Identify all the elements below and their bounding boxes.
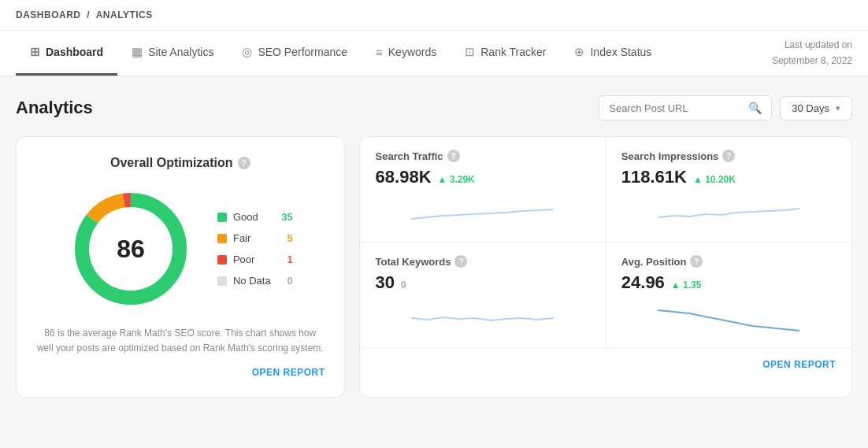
tab-rank-tracker[interactable]: ⊡ Rank Tracker — [451, 31, 560, 76]
optimization-help-icon[interactable]: ? — [238, 157, 250, 169]
donut-chart: 86 — [68, 186, 194, 312]
content-grid: Overall Optimization ? 8 — [16, 136, 852, 398]
stats-card: Search Traffic ? 68.98K ▲ 3.29K Search I… — [359, 136, 852, 398]
stat-total-keywords-label: Total Keywords ? — [376, 255, 589, 268]
tab-keywords-label: Keywords — [388, 46, 436, 58]
breadcrumb: DASHBOARD / ANALYTICS — [0, 0, 868, 31]
optimization-title: Overall Optimization ? — [35, 156, 325, 170]
legend-fair: Fair 5 — [217, 232, 293, 244]
tab-dashboard-label: Dashboard — [46, 46, 103, 58]
tab-index-status-label: Index Status — [590, 46, 651, 58]
stat-search-traffic: Search Traffic ? 68.98K ▲ 3.29K — [360, 137, 606, 243]
tab-index-status[interactable]: ⊕ Index Status — [560, 31, 666, 76]
stat-total-keywords-values: 30 0 — [376, 272, 589, 293]
stat-avg-position-values: 24.96 ▲ 1.35 — [621, 272, 836, 293]
total-keywords-sparkline — [376, 301, 589, 332]
breadcrumb-separator: / — [87, 9, 90, 20]
search-icon: 🔍 — [748, 102, 762, 114]
stat-search-traffic-label: Search Traffic ? — [376, 150, 589, 162]
stat-search-traffic-delta: ▲ 3.29K — [438, 174, 475, 185]
legend-poor: Poor 1 — [217, 254, 293, 265]
stat-search-impressions-value: 118.61K — [621, 167, 687, 187]
stat-avg-position-delta: ▲ 1.35 — [671, 280, 702, 291]
header-controls: 🔍 30 Days ▾ — [599, 95, 852, 120]
legend-good: Good 35 — [217, 211, 293, 223]
stat-total-keywords-value: 30 — [376, 272, 395, 293]
search-impressions-sparkline — [621, 195, 836, 227]
legend-good-label: Good — [233, 211, 258, 223]
stat-total-keywords-delta: 0 — [401, 280, 406, 291]
stat-avg-position-label: Avg. Position ? — [621, 255, 836, 268]
total-keywords-help-icon[interactable]: ? — [454, 255, 467, 268]
date-range-value: 30 Days — [792, 102, 829, 114]
search-impressions-help-icon[interactable]: ? — [722, 150, 735, 162]
search-box[interactable]: 🔍 — [599, 95, 772, 120]
legend-nodata-label: No Data — [233, 275, 271, 287]
tab-rank-tracker-label: Rank Tracker — [480, 46, 546, 58]
tab-keywords[interactable]: ≡ Keywords — [362, 31, 451, 76]
legend-fair-label: Fair — [233, 232, 250, 244]
stat-avg-position-value: 24.96 — [621, 272, 665, 293]
avg-position-help-icon[interactable]: ? — [690, 255, 703, 268]
dashboard-icon: ⊞ — [30, 45, 40, 59]
last-updated: Last updated on September 8, 2022 — [756, 38, 852, 68]
seo-performance-icon: ◎ — [242, 45, 252, 59]
keywords-icon: ≡ — [376, 46, 383, 59]
search-traffic-sparkline — [376, 195, 589, 227]
optimization-card: Overall Optimization ? 8 — [16, 136, 345, 398]
tab-seo-performance-label: SEO Performance — [258, 46, 347, 58]
stats-footer: OPEN REPORT — [360, 347, 851, 373]
nav-tabs: ⊞ Dashboard ▦ Site Analytics ◎ SEO Perfo… — [16, 31, 666, 76]
legend-good-count: 35 — [277, 211, 293, 223]
page-header: Analytics 🔍 30 Days ▾ — [16, 95, 852, 120]
main-content: Analytics 🔍 30 Days ▾ Overall Optimizati… — [0, 76, 868, 417]
avg-position-sparkline — [621, 301, 836, 332]
chevron-down-icon: ▾ — [836, 103, 840, 113]
legend-nodata: No Data 0 — [217, 275, 293, 287]
date-range-dropdown[interactable]: 30 Days ▾ — [780, 96, 852, 120]
optimization-legend: Good 35 Fair 5 Poor 1 N — [217, 211, 293, 287]
stats-open-report[interactable]: OPEN REPORT — [762, 359, 836, 370]
stat-search-impressions-label: Search Impressions ? — [621, 150, 836, 162]
tab-seo-performance[interactable]: ◎ SEO Performance — [228, 31, 362, 76]
site-analytics-icon: ▦ — [132, 45, 143, 59]
page-title: Analytics — [16, 98, 93, 118]
donut-score: 86 — [117, 235, 145, 264]
stat-total-keywords: Total Keywords ? 30 0 — [360, 243, 606, 347]
last-updated-label: Last updated on — [785, 39, 852, 50]
stats-grid: Search Traffic ? 68.98K ▲ 3.29K Search I… — [360, 137, 851, 347]
stat-search-traffic-value: 68.98K — [376, 167, 432, 187]
search-input[interactable] — [609, 102, 742, 114]
breadcrumb-base: DASHBOARD — [16, 9, 81, 20]
tab-dashboard[interactable]: ⊞ Dashboard — [16, 31, 117, 76]
legend-fair-count: 5 — [277, 232, 293, 244]
nav-bar: ⊞ Dashboard ▦ Site Analytics ◎ SEO Perfo… — [0, 31, 868, 76]
legend-poor-label: Poor — [233, 254, 254, 265]
legend-poor-dot — [217, 255, 227, 265]
legend-nodata-count: 0 — [277, 275, 293, 287]
legend-nodata-dot — [217, 276, 227, 286]
stat-search-impressions-values: 118.61K ▲ 10.20K — [621, 167, 836, 187]
tab-site-analytics[interactable]: ▦ Site Analytics — [117, 31, 228, 76]
breadcrumb-current: ANALYTICS — [96, 9, 153, 20]
stat-search-traffic-values: 68.98K ▲ 3.29K — [376, 167, 589, 187]
rank-tracker-icon: ⊡ — [465, 45, 475, 59]
stat-search-impressions: Search Impressions ? 118.61K ▲ 10.20K — [606, 137, 851, 243]
legend-poor-count: 1 — [277, 254, 293, 265]
tab-site-analytics-label: Site Analytics — [148, 46, 213, 58]
search-traffic-help-icon[interactable]: ? — [447, 150, 460, 162]
legend-fair-dot — [217, 234, 227, 243]
optimization-open-report[interactable]: OPEN REPORT — [35, 367, 325, 378]
index-status-icon: ⊕ — [574, 45, 584, 59]
optimization-description: 86 is the average Rank Math's SEO score.… — [35, 326, 325, 356]
stat-avg-position: Avg. Position ? 24.96 ▲ 1.35 — [606, 243, 851, 347]
last-updated-date: September 8, 2022 — [772, 55, 852, 66]
legend-good-dot — [217, 213, 227, 222]
optimization-body: 86 Good 35 Fair 5 P — [35, 186, 325, 312]
stat-search-impressions-delta: ▲ 10.20K — [693, 174, 736, 185]
